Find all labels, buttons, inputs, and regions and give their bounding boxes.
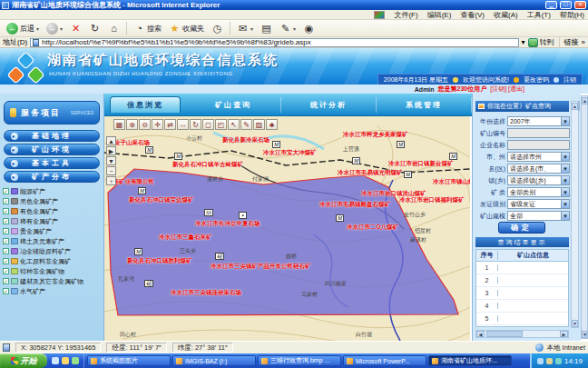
search-button[interactable]: 搜索 bbox=[131, 22, 164, 35]
tray-icon[interactable] bbox=[537, 358, 544, 364]
field-control[interactable]: 请选择县(市、 ▼ bbox=[507, 164, 570, 174]
scroll-right-icon[interactable]: ▶ bbox=[560, 331, 568, 337]
player-quicklaunch-icon[interactable] bbox=[72, 357, 79, 364]
mine-label[interactable]: 冷水江市三尖镇矿产品开发公司硅石矿 bbox=[211, 263, 311, 271]
pan-button[interactable]: ▼ bbox=[106, 156, 116, 165]
layer-checkbox[interactable]: ✓ bbox=[3, 198, 9, 204]
field-control[interactable]: 请选择市州 ▼ bbox=[507, 152, 570, 162]
mine-marker[interactable]: 砳 bbox=[144, 280, 153, 287]
refresh-button[interactable] bbox=[86, 22, 103, 35]
mineral-layer-item[interactable]: ✓ 能源矿产 bbox=[3, 186, 103, 196]
address-input[interactable]: http://localhost/%e7%9f%bf%e5%b1%b1%e5%9… bbox=[30, 38, 518, 47]
results-hscrollbar[interactable]: ◀ ▶ bbox=[475, 330, 569, 338]
mineral-layer-item[interactable]: ✓ 贵金属矿产 bbox=[3, 226, 103, 236]
mail-button[interactable]: ▾ bbox=[234, 22, 256, 35]
address-dropdown[interactable]: ▾ bbox=[522, 38, 525, 46]
accordion-section[interactable]: ● 基本工具 bbox=[4, 157, 100, 169]
print-button[interactable] bbox=[258, 22, 275, 35]
content-tab[interactable]: 统计分析 bbox=[281, 97, 377, 113]
scroll-down-icon[interactable]: ▼ bbox=[572, 320, 578, 327]
field-control[interactable]: ▼ bbox=[507, 140, 570, 150]
change-password-link[interactable]: 更改密码 bbox=[524, 75, 549, 85]
confirm-button[interactable]: 确定 bbox=[498, 222, 545, 234]
mine-label[interactable]: 冷水江市岩口镇福利煤矿 bbox=[399, 196, 465, 204]
history-button[interactable] bbox=[209, 22, 226, 35]
scroll-up-icon[interactable]: ▲ bbox=[582, 97, 588, 104]
mine-marker[interactable]: 砳 bbox=[215, 253, 224, 260]
menu-item[interactable]: 文件(F) bbox=[394, 10, 417, 20]
field-control[interactable]: 省级发证 ▼ bbox=[507, 199, 570, 209]
mine-label[interactable]: 冷水江市三鑫石灰矿 bbox=[159, 234, 212, 242]
map-tool-button[interactable]: ✎ bbox=[240, 119, 252, 130]
mineral-layer-item[interactable]: ✓ 冶金辅助原料矿产 bbox=[3, 246, 103, 256]
mineral-layer-item[interactable]: ✓ 特种非金属矿物 bbox=[3, 266, 103, 276]
table-row[interactable]: 2 bbox=[476, 274, 568, 287]
map-tool-button[interactable]: ✛ bbox=[152, 119, 163, 130]
pan-button[interactable]: ▶ bbox=[106, 146, 116, 155]
minimize-button[interactable]: ▁ bbox=[545, 1, 557, 9]
task-button[interactable]: Microsoft PowerP... bbox=[343, 355, 426, 366]
scroll-thumb[interactable] bbox=[578, 101, 580, 111]
close-button[interactable]: ✕ bbox=[574, 1, 586, 9]
mine-marker[interactable]: M bbox=[174, 153, 182, 160]
accordion-section[interactable]: ● 矿山环境 bbox=[4, 144, 100, 155]
mineral-layer-item[interactable]: ✓ 黑色金属矿产 bbox=[3, 196, 103, 206]
content-tab[interactable]: 系统管理 bbox=[377, 97, 472, 113]
mine-label[interactable]: 新化县新冷采石场 bbox=[222, 136, 270, 144]
content-tab[interactable]: 矿山查询 bbox=[186, 97, 281, 113]
logout-link[interactable]: 注销 bbox=[564, 75, 576, 85]
content-tab[interactable]: 信息浏览 bbox=[110, 96, 181, 113]
table-row[interactable]: 3 bbox=[476, 287, 568, 300]
messenger-button[interactable] bbox=[300, 22, 318, 35]
menu-item[interactable]: 编辑(E) bbox=[427, 10, 452, 20]
page-vscrollbar[interactable]: ▲ ▼ bbox=[581, 95, 588, 339]
map-tool-button[interactable]: ♣ bbox=[266, 119, 278, 130]
scroll-thumb[interactable] bbox=[486, 331, 523, 337]
stop-button[interactable] bbox=[67, 22, 84, 35]
mine-label[interactable]: 冷水江市毛易镇光明煤矿 bbox=[338, 169, 403, 177]
field-control[interactable]: 全部类别 ▼ bbox=[507, 187, 570, 197]
pan-button[interactable]: ＋ bbox=[106, 176, 116, 185]
scroll-up-icon[interactable]: ▲ bbox=[572, 103, 578, 110]
tray-icon[interactable] bbox=[546, 358, 553, 364]
mine-label[interactable]: 新化县石冲口镇羊古岭煤矿 bbox=[172, 161, 243, 169]
map-tool-button[interactable]: ◻ bbox=[202, 119, 214, 130]
mineral-layer-item[interactable]: ✓ 水气矿产 bbox=[3, 286, 103, 296]
task-button[interactable]: 系统截图图片 bbox=[87, 355, 171, 366]
layer-checkbox[interactable]: ✓ bbox=[3, 268, 9, 274]
mineral-layer-item[interactable]: ✓ 建材及其它非金属矿物 bbox=[3, 276, 103, 286]
dropdown-arrow-icon[interactable]: ▼ bbox=[561, 188, 569, 196]
mine-label[interactable]: 冷水江市宝大冲煤矿 bbox=[263, 149, 317, 157]
mine-marker[interactable]: M bbox=[397, 141, 405, 148]
map-tool-button[interactable]: ⊕ bbox=[126, 119, 138, 130]
mine-label[interactable]: 冷水江市锑山煤矿 bbox=[433, 178, 470, 186]
mineral-layer-item[interactable]: ✓ 稀有金属矿产 bbox=[3, 216, 103, 226]
mine-marker[interactable]: M bbox=[272, 141, 280, 148]
layer-checkbox[interactable]: ✓ bbox=[3, 208, 9, 214]
table-row[interactable]: 5 bbox=[476, 313, 568, 325]
tray-icon[interactable] bbox=[555, 358, 562, 364]
mine-marker[interactable]: M bbox=[336, 214, 344, 222]
mine-marker[interactable]: M bbox=[352, 157, 360, 164]
map-tool-button[interactable]: ↻ bbox=[190, 119, 201, 130]
links-label[interactable]: 链接 bbox=[564, 37, 579, 47]
mine-marker[interactable]: M bbox=[138, 187, 146, 194]
layer-checkbox[interactable]: ✓ bbox=[3, 188, 9, 194]
dropdown-arrow-icon[interactable]: ▼ bbox=[561, 117, 569, 125]
task-button[interactable]: IMGIS-BAZ (I:) bbox=[172, 355, 256, 366]
task-button[interactable]: 湖南省矿山地质环... bbox=[428, 355, 512, 366]
edit-button[interactable]: ▾ bbox=[277, 22, 299, 35]
table-row[interactable]: 1 bbox=[476, 262, 568, 274]
ie-quicklaunch-icon[interactable] bbox=[52, 357, 59, 364]
field-control[interactable]: 全部 ▼ bbox=[507, 211, 570, 221]
map-tool-button[interactable]: ↔ bbox=[177, 119, 189, 130]
scroll-down-icon[interactable]: ▼ bbox=[582, 331, 587, 338]
mine-label[interactable]: 新化县石冲口镇胜利煤矿 bbox=[127, 257, 192, 265]
pan-button[interactable]: ▲ bbox=[106, 136, 116, 145]
back-button[interactable]: 后退▾ bbox=[4, 22, 42, 35]
mine-label[interactable]: 冷水江市岩口镇新台煤矿 bbox=[388, 160, 454, 168]
layer-checkbox[interactable]: ✓ bbox=[3, 258, 9, 264]
accordion-section[interactable]: ● 矿产分布 bbox=[4, 171, 100, 183]
mineral-layer-item[interactable]: ✓ 稀土及元素矿产 bbox=[3, 236, 103, 246]
desktop-quicklaunch-icon[interactable] bbox=[62, 357, 69, 364]
